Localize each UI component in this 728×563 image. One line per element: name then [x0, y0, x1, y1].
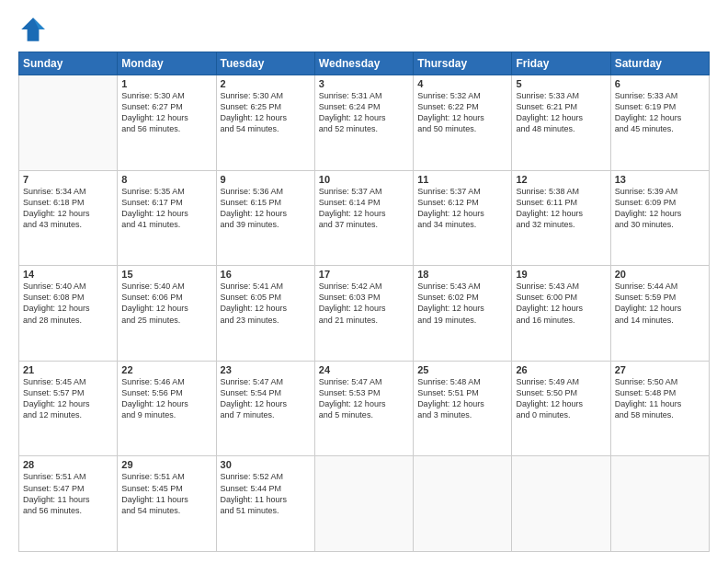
week-row-2: 7Sunrise: 5:34 AM Sunset: 6:18 PM Daylig…	[19, 170, 710, 266]
day-cell: 24Sunrise: 5:47 AM Sunset: 5:53 PM Dayli…	[314, 361, 413, 456]
day-number: 24	[319, 364, 409, 375]
day-number: 13	[615, 174, 705, 185]
day-number: 1	[121, 78, 211, 89]
day-number: 17	[319, 269, 409, 280]
day-cell: 10Sunrise: 5:37 AM Sunset: 6:14 PM Dayli…	[314, 170, 413, 266]
day-cell: 9Sunrise: 5:36 AM Sunset: 6:15 PM Daylig…	[216, 170, 314, 266]
day-info: Sunrise: 5:42 AM Sunset: 6:03 PM Dayligh…	[319, 281, 409, 326]
day-info: Sunrise: 5:36 AM Sunset: 6:15 PM Dayligh…	[221, 186, 311, 231]
day-info: Sunrise: 5:35 AM Sunset: 6:17 PM Dayligh…	[121, 186, 211, 231]
day-number: 4	[417, 78, 507, 89]
col-header-saturday: Saturday	[610, 52, 709, 75]
day-info: Sunrise: 5:37 AM Sunset: 6:12 PM Dayligh…	[417, 186, 507, 231]
day-cell: 8Sunrise: 5:35 AM Sunset: 6:17 PM Daylig…	[118, 170, 216, 266]
day-cell: 1Sunrise: 5:30 AM Sunset: 6:27 PM Daylig…	[118, 75, 216, 171]
day-cell: 28Sunrise: 5:51 AM Sunset: 5:47 PM Dayli…	[19, 456, 118, 552]
week-row-1: 1Sunrise: 5:30 AM Sunset: 6:27 PM Daylig…	[19, 75, 710, 171]
day-info: Sunrise: 5:50 AM Sunset: 5:48 PM Dayligh…	[615, 376, 705, 421]
day-cell: 12Sunrise: 5:38 AM Sunset: 6:11 PM Dayli…	[512, 170, 610, 266]
day-number: 12	[516, 174, 606, 185]
day-cell	[610, 456, 709, 552]
day-cell: 19Sunrise: 5:43 AM Sunset: 6:00 PM Dayli…	[512, 266, 610, 362]
day-number: 9	[221, 174, 311, 185]
day-number: 25	[417, 364, 507, 375]
day-number: 23	[221, 364, 311, 375]
day-info: Sunrise: 5:33 AM Sunset: 6:19 PM Dayligh…	[615, 90, 705, 135]
day-info: Sunrise: 5:38 AM Sunset: 6:11 PM Dayligh…	[516, 186, 606, 231]
day-info: Sunrise: 5:48 AM Sunset: 5:51 PM Dayligh…	[417, 376, 507, 421]
day-info: Sunrise: 5:40 AM Sunset: 6:08 PM Dayligh…	[23, 281, 113, 326]
week-row-4: 21Sunrise: 5:45 AM Sunset: 5:57 PM Dayli…	[19, 361, 710, 456]
day-info: Sunrise: 5:30 AM Sunset: 6:27 PM Dayligh…	[121, 90, 211, 135]
day-number: 27	[615, 364, 705, 375]
day-cell	[512, 456, 610, 552]
page: SundayMondayTuesdayWednesdayThursdayFrid…	[0, 0, 728, 563]
day-cell: 29Sunrise: 5:51 AM Sunset: 5:45 PM Dayli…	[118, 456, 216, 552]
day-number: 11	[417, 174, 507, 185]
day-cell: 25Sunrise: 5:48 AM Sunset: 5:51 PM Dayli…	[414, 361, 512, 456]
week-row-3: 14Sunrise: 5:40 AM Sunset: 6:08 PM Dayli…	[19, 266, 710, 362]
day-number: 26	[516, 364, 606, 375]
day-cell: 27Sunrise: 5:50 AM Sunset: 5:48 PM Dayli…	[610, 361, 709, 456]
day-cell	[19, 75, 118, 171]
day-number: 20	[615, 269, 705, 280]
day-number: 2	[221, 78, 311, 89]
day-cell: 15Sunrise: 5:40 AM Sunset: 6:06 PM Dayli…	[118, 266, 216, 362]
day-info: Sunrise: 5:47 AM Sunset: 5:53 PM Dayligh…	[319, 376, 409, 421]
day-info: Sunrise: 5:43 AM Sunset: 6:02 PM Dayligh…	[417, 281, 507, 326]
day-number: 29	[121, 459, 211, 470]
day-cell: 18Sunrise: 5:43 AM Sunset: 6:02 PM Dayli…	[414, 266, 512, 362]
day-info: Sunrise: 5:44 AM Sunset: 5:59 PM Dayligh…	[615, 281, 705, 326]
day-number: 5	[516, 78, 606, 89]
day-cell: 20Sunrise: 5:44 AM Sunset: 5:59 PM Dayli…	[610, 266, 709, 362]
day-info: Sunrise: 5:43 AM Sunset: 6:00 PM Dayligh…	[516, 281, 606, 326]
day-info: Sunrise: 5:51 AM Sunset: 5:47 PM Dayligh…	[23, 471, 113, 516]
day-number: 8	[121, 174, 211, 185]
day-info: Sunrise: 5:37 AM Sunset: 6:14 PM Dayligh…	[319, 186, 409, 231]
day-cell	[414, 456, 512, 552]
week-row-5: 28Sunrise: 5:51 AM Sunset: 5:47 PM Dayli…	[19, 456, 710, 552]
day-info: Sunrise: 5:31 AM Sunset: 6:24 PM Dayligh…	[319, 90, 409, 135]
day-cell: 3Sunrise: 5:31 AM Sunset: 6:24 PM Daylig…	[314, 75, 413, 171]
day-cell: 4Sunrise: 5:32 AM Sunset: 6:22 PM Daylig…	[414, 75, 512, 171]
day-cell: 7Sunrise: 5:34 AM Sunset: 6:18 PM Daylig…	[19, 170, 118, 266]
logo-icon	[18, 15, 48, 44]
col-header-wednesday: Wednesday	[314, 52, 413, 75]
day-number: 30	[221, 459, 311, 470]
col-header-monday: Monday	[118, 52, 216, 75]
day-cell: 21Sunrise: 5:45 AM Sunset: 5:57 PM Dayli…	[19, 361, 118, 456]
day-info: Sunrise: 5:33 AM Sunset: 6:21 PM Dayligh…	[516, 90, 606, 135]
day-cell: 2Sunrise: 5:30 AM Sunset: 6:25 PM Daylig…	[216, 75, 314, 171]
day-info: Sunrise: 5:51 AM Sunset: 5:45 PM Dayligh…	[121, 471, 211, 516]
day-cell: 16Sunrise: 5:41 AM Sunset: 6:05 PM Dayli…	[216, 266, 314, 362]
day-number: 10	[319, 174, 409, 185]
day-cell: 23Sunrise: 5:47 AM Sunset: 5:54 PM Dayli…	[216, 361, 314, 456]
day-number: 18	[417, 269, 507, 280]
logo	[18, 15, 51, 44]
day-cell: 11Sunrise: 5:37 AM Sunset: 6:12 PM Dayli…	[414, 170, 512, 266]
day-info: Sunrise: 5:40 AM Sunset: 6:06 PM Dayligh…	[121, 281, 211, 326]
col-header-thursday: Thursday	[414, 52, 512, 75]
day-info: Sunrise: 5:49 AM Sunset: 5:50 PM Dayligh…	[516, 376, 606, 421]
day-number: 6	[615, 78, 705, 89]
day-info: Sunrise: 5:47 AM Sunset: 5:54 PM Dayligh…	[221, 376, 311, 421]
day-number: 28	[23, 459, 113, 470]
header	[18, 15, 710, 44]
day-cell: 30Sunrise: 5:52 AM Sunset: 5:44 PM Dayli…	[216, 456, 314, 552]
day-info: Sunrise: 5:34 AM Sunset: 6:18 PM Dayligh…	[23, 186, 113, 231]
day-number: 21	[23, 364, 113, 375]
day-cell: 22Sunrise: 5:46 AM Sunset: 5:56 PM Dayli…	[118, 361, 216, 456]
day-number: 22	[121, 364, 211, 375]
col-header-tuesday: Tuesday	[216, 52, 314, 75]
day-number: 16	[221, 269, 311, 280]
day-number: 14	[23, 269, 113, 280]
day-number: 3	[319, 78, 409, 89]
day-cell	[314, 456, 413, 552]
day-info: Sunrise: 5:32 AM Sunset: 6:22 PM Dayligh…	[417, 90, 507, 135]
day-number: 7	[23, 174, 113, 185]
day-info: Sunrise: 5:52 AM Sunset: 5:44 PM Dayligh…	[221, 471, 311, 516]
day-info: Sunrise: 5:45 AM Sunset: 5:57 PM Dayligh…	[23, 376, 113, 421]
day-cell: 17Sunrise: 5:42 AM Sunset: 6:03 PM Dayli…	[314, 266, 413, 362]
day-info: Sunrise: 5:30 AM Sunset: 6:25 PM Dayligh…	[221, 90, 311, 135]
day-cell: 13Sunrise: 5:39 AM Sunset: 6:09 PM Dayli…	[610, 170, 709, 266]
